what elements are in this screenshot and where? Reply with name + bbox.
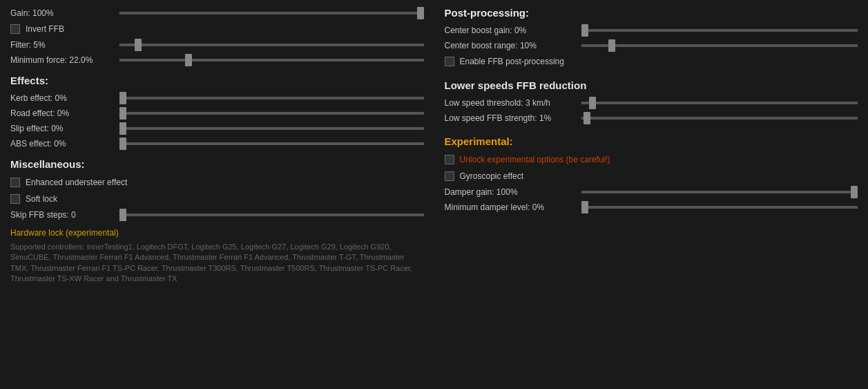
kerb-slider-container (119, 97, 424, 99)
low-speed-ffb-slider-container (581, 117, 858, 120)
unlock-experimental-label[interactable]: Unlock experimental options (be careful!… (460, 155, 610, 164)
gain-slider[interactable] (119, 12, 424, 15)
slip-row: Slip effect: 0% (10, 124, 424, 133)
filter-slider[interactable] (119, 44, 424, 46)
kerb-row: Kerb effect: 0% (10, 93, 424, 103)
center-boost-range-row: Center boost range: 10% (445, 41, 858, 50)
center-boost-gain-slider[interactable] (581, 29, 858, 32)
skip-ffb-label: Skip FFB steps: 0 (10, 210, 114, 220)
center-boost-gain-label: Center boost gain: 0% (445, 26, 576, 35)
soft-lock-row: Soft lock (10, 194, 424, 204)
damper-gain-label: Damper gain: 100% (445, 187, 576, 197)
skip-ffb-slider[interactable] (119, 214, 424, 216)
low-speed-ffb-slider[interactable] (581, 117, 858, 120)
minimum-damper-row: Minimum damper level: 0% (445, 202, 858, 212)
gyroscopic-label: Gyroscopic effect (460, 171, 523, 181)
minimum-damper-label: Minimum damper level: 0% (445, 202, 576, 212)
low-speed-threshold-slider[interactable] (581, 102, 858, 104)
damper-gain-row: Damper gain: 100% (445, 187, 858, 197)
kerb-slider[interactable] (119, 97, 424, 99)
slip-label: Slip effect: 0% (10, 124, 114, 133)
abs-slider-container (119, 142, 424, 145)
gain-slider-container (119, 12, 424, 15)
road-label: Road effect: 0% (10, 108, 114, 118)
invert-ffb-label: Invert FFB (26, 24, 64, 34)
invert-ffb-checkbox[interactable] (10, 24, 20, 34)
right-column: Post-processing: Center boost gain: 0% C… (438, 7, 858, 382)
minimum-force-row: Minimum force: 22.0% (10, 55, 424, 65)
gyroscopic-row: Gyroscopic effect (445, 171, 858, 181)
soft-lock-label: Soft lock (26, 194, 57, 204)
damper-gain-slider[interactable] (581, 191, 858, 193)
low-speed-threshold-slider-container (581, 102, 858, 104)
invert-ffb-row: Invert FFB (10, 24, 424, 34)
post-processing-title: Post-processing: (445, 7, 858, 19)
damper-gain-slider-container (581, 191, 858, 193)
lower-speeds-title: Lower speeds FFB reduction (445, 79, 858, 91)
filter-row: Filter: 5% (10, 40, 424, 50)
abs-label: ABS effect: 0% (10, 139, 114, 149)
soft-lock-checkbox[interactable] (10, 194, 20, 204)
hardware-lock-label: Hardware lock (experimental) (10, 228, 424, 238)
enhanced-understeer-label: Enhanced understeer effect (26, 178, 127, 187)
center-boost-gain-slider-container (581, 29, 858, 32)
minimum-force-label: Minimum force: 22.0% (10, 55, 114, 65)
minimum-force-slider[interactable] (119, 59, 424, 61)
kerb-label: Kerb effect: 0% (10, 93, 114, 103)
effects-title: Effects: (10, 75, 424, 86)
low-speed-ffb-row: Low speed FFB strength: 1% (445, 113, 858, 123)
center-boost-range-slider-container (581, 44, 858, 47)
low-speed-threshold-row: Low speed threshold: 3 km/h (445, 98, 858, 108)
filter-label: Filter: 5% (10, 40, 114, 50)
gain-row: Gain: 100% (10, 8, 424, 18)
enhanced-understeer-checkbox[interactable] (10, 178, 20, 187)
enable-ffb-checkbox[interactable] (445, 57, 454, 66)
filter-slider-container (119, 44, 424, 46)
minimum-force-slider-container (119, 59, 424, 61)
slip-slider-container (119, 127, 424, 130)
center-boost-range-slider[interactable] (581, 44, 858, 47)
experimental-title: Experimental: (445, 135, 858, 147)
road-slider[interactable] (119, 112, 424, 115)
abs-slider[interactable] (119, 142, 424, 145)
minimum-damper-slider[interactable] (581, 206, 858, 209)
low-speed-threshold-label: Low speed threshold: 3 km/h (445, 98, 576, 108)
road-slider-container (119, 112, 424, 115)
skip-ffb-slider-container (119, 214, 424, 216)
gyroscopic-checkbox[interactable] (445, 171, 454, 181)
miscellaneous-title: Miscellaneous: (10, 158, 424, 170)
center-boost-gain-row: Center boost gain: 0% (445, 26, 858, 35)
center-boost-range-label: Center boost range: 10% (445, 41, 576, 50)
slip-slider[interactable] (119, 127, 424, 130)
low-speed-ffb-label: Low speed FFB strength: 1% (445, 113, 576, 123)
unlock-experimental-row: Unlock experimental options (be careful!… (445, 155, 858, 164)
gain-label: Gain: 100% (10, 8, 114, 18)
minimum-damper-slider-container (581, 206, 858, 209)
unlock-experimental-checkbox[interactable] (445, 155, 454, 164)
supported-controllers-label: Supported controllers: InnerTesting1, Lo… (10, 242, 424, 285)
left-column: Gain: 100% Invert FFB Filter: 5% Minimum… (10, 7, 424, 382)
enable-ffb-row: Enable FFB post-processing (445, 57, 858, 66)
skip-ffb-row: Skip FFB steps: 0 (10, 210, 424, 220)
abs-row: ABS effect: 0% (10, 139, 424, 149)
enhanced-understeer-row: Enhanced understeer effect (10, 178, 424, 187)
road-row: Road effect: 0% (10, 108, 424, 118)
enable-ffb-label: Enable FFB post-processing (460, 57, 564, 66)
